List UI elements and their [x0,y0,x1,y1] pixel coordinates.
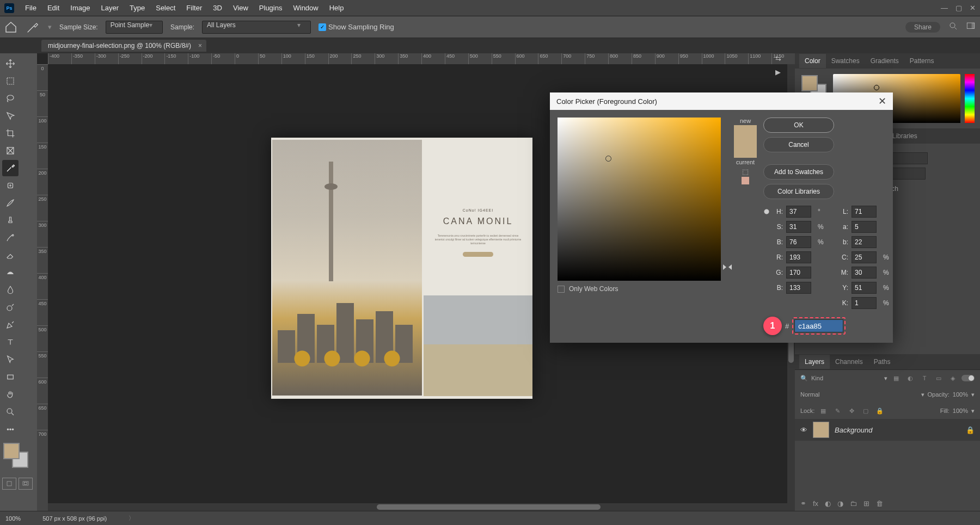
radio-b[interactable] [763,239,770,245]
radio-bb[interactable] [763,285,770,291]
tab-swatches[interactable]: Swatches [826,54,865,68]
radio-g[interactable] [763,269,770,276]
pen-tool[interactable] [2,317,19,333]
radio-a[interactable] [829,224,835,230]
eyedropper-tool[interactable] [2,160,19,176]
menu-file[interactable]: File [20,4,42,12]
filter-toggle[interactable] [961,375,975,381]
dialog-close-icon[interactable]: ✕ [878,95,886,107]
blend-mode-select[interactable]: Normal [800,391,918,398]
add-swatches-button[interactable]: Add to Swatches [763,164,834,180]
crop-tool[interactable] [2,125,19,141]
opacity-value[interactable]: 100% [953,391,968,398]
stamp-tool[interactable] [2,212,19,228]
menu-type[interactable]: Type [124,4,150,12]
zoom-tool[interactable] [2,404,19,420]
radio-lab-b[interactable] [829,239,835,245]
b-rgb-input[interactable] [786,282,811,294]
hand-tool[interactable] [2,386,19,403]
cube-warning-icon[interactable]: ⬚ [742,168,749,176]
layer-row-background[interactable]: 👁 Background 🔒 [795,419,980,441]
lab-b-input[interactable] [852,236,877,248]
minimize-icon[interactable]: — [941,4,948,12]
rectangle-tool[interactable] [2,369,19,385]
history-brush-tool[interactable] [2,230,19,246]
fg-bg-swatches[interactable] [2,442,35,472]
fill-value[interactable]: 100% [953,407,968,414]
hue-strip[interactable] [965,74,975,123]
foreground-color-swatch[interactable] [3,443,20,459]
filter-image-icon[interactable]: ▦ [891,373,902,383]
quick-select-tool[interactable] [2,108,19,124]
r-input[interactable] [786,251,811,263]
k-input[interactable] [852,297,877,309]
saturation-value-box[interactable] [558,118,721,281]
workspace-icon[interactable] [966,21,976,33]
menu-window[interactable]: Window [287,4,323,12]
visibility-icon[interactable]: 👁 [800,426,807,434]
tab-channels[interactable]: Channels [830,355,868,369]
close-tab-icon[interactable]: × [198,42,202,50]
close-icon[interactable]: ✕ [970,4,976,12]
sample-size-select[interactable]: Point Sample ▾ [106,21,163,34]
menu-layer[interactable]: Layer [96,4,125,12]
frame-tool[interactable] [2,143,19,159]
zoom-level[interactable]: 100% [5,515,21,522]
adjustment-icon[interactable]: ◑ [837,499,843,508]
lock-artboard-icon[interactable]: ▢ [860,406,871,416]
maximize-icon[interactable]: ▢ [955,4,962,12]
radio-l[interactable] [829,208,835,215]
fx-icon[interactable]: fx [813,499,818,508]
gradient-tool[interactable] [2,264,19,281]
menu-select[interactable]: Select [150,4,181,12]
only-web-colors-check[interactable]: Only Web Colors [558,285,721,293]
tab-layers[interactable]: Layers [799,355,830,369]
lock-brush-icon[interactable]: ✎ [832,406,843,416]
h-input[interactable] [786,206,811,218]
mask-icon[interactable]: ◐ [825,499,831,508]
menu-filter[interactable]: Filter [181,4,207,12]
tab-patterns[interactable]: Patterns [904,54,940,68]
show-sampling-ring-check[interactable]: ✓Show Sampling Ring [318,23,394,31]
document-info[interactable]: 507 px x 508 px (96 ppi) [42,515,107,522]
standard-mode-icon[interactable] [2,478,16,490]
tab-gradients[interactable]: Gradients [865,54,904,68]
move-tool[interactable] [2,55,19,72]
link-layers-icon[interactable]: ⚭ [800,499,806,508]
share-button[interactable]: Share [905,21,941,33]
panel-icon-2[interactable]: ▶ [775,68,789,76]
brush-tool[interactable] [2,195,19,211]
color-libraries-button[interactable]: Color Libraries [763,184,834,199]
search-icon[interactable] [948,21,958,33]
lock-pixels-icon[interactable]: ▦ [818,406,829,416]
menu-help[interactable]: Help [324,4,350,12]
eraser-tool[interactable] [2,247,19,263]
more-tools[interactable]: ••• [2,421,19,437]
y-input[interactable] [852,282,877,294]
s-input[interactable] [786,221,811,233]
dialog-titlebar[interactable]: Color Picker (Foreground Color) ✕ [550,92,893,110]
ok-button[interactable]: OK [763,118,834,133]
document-tab[interactable]: midjourney-final-selection.png @ 100% (R… [41,40,206,52]
new-layer-icon[interactable]: ⊞ [863,499,869,508]
c-input[interactable] [852,251,877,263]
tab-paths[interactable]: Paths [868,355,896,369]
menu-plugins[interactable]: Plugins [254,4,288,12]
screen-mode-icon[interactable] [19,478,33,490]
g-input[interactable] [786,267,811,279]
cancel-button[interactable]: Cancel [763,137,834,152]
lock-move-icon[interactable]: ✥ [846,406,857,416]
web-warning-icon[interactable] [742,177,749,184]
menu-3d[interactable]: 3D [207,4,228,12]
marquee-tool[interactable] [2,73,19,89]
lock-all-icon[interactable]: 🔒 [874,406,885,416]
radio-s[interactable] [763,224,770,230]
l-input[interactable] [852,206,877,218]
radio-r[interactable] [763,254,770,261]
filter-adjust-icon[interactable]: ◐ [905,373,916,383]
hex-input[interactable] [794,319,843,332]
home-icon[interactable] [4,21,17,34]
menu-view[interactable]: View [228,4,254,12]
tab-color[interactable]: Color [799,54,826,68]
dodge-tool[interactable] [2,299,19,316]
